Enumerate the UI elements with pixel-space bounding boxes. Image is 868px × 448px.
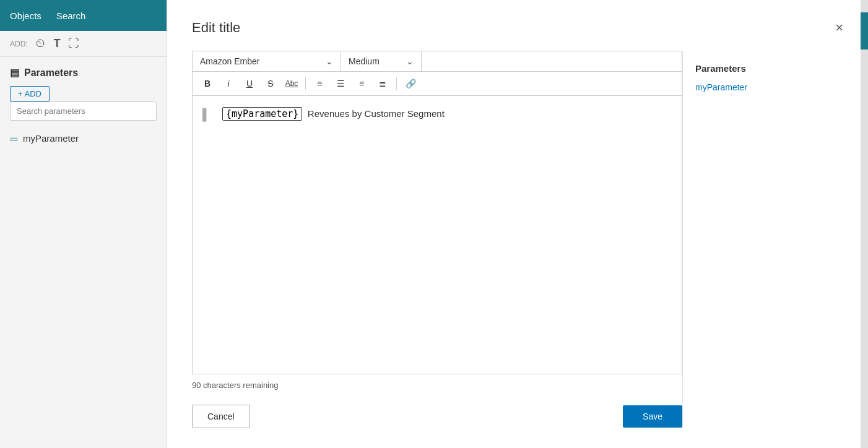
right-panel-parameter-item[interactable]: myParameter [695, 82, 831, 92]
param-shape-icon: ▭ [10, 134, 18, 144]
add-parameter-button[interactable]: + ADD [10, 86, 50, 101]
modal-close-button[interactable]: × [835, 21, 843, 35]
char-remaining: 90 characters remaining [192, 381, 682, 390]
parameter-name: myParameter [23, 133, 79, 144]
params-title: ▤ Parameters [10, 67, 157, 79]
save-button[interactable]: Save [623, 405, 682, 428]
right-panel: Parameters myParameter [682, 51, 843, 428]
underline-button[interactable]: U [240, 74, 259, 93]
align-left-button[interactable]: ☰ [331, 74, 350, 93]
text-editor[interactable]: ▌ {myParameter} Revenues by Customer Seg… [192, 95, 682, 374]
toolbar-divider-2 [396, 77, 397, 90]
scrollbar-thumb[interactable] [861, 12, 868, 50]
param-tag-display: {myParameter} [222, 108, 305, 119]
image-icon[interactable]: ⛶ [68, 37, 79, 50]
modal-actions: Cancel Save [192, 405, 682, 428]
parameter-tag: {myParameter} [222, 107, 302, 121]
parameter-item-myParameter[interactable]: ▭ myParameter [10, 131, 157, 146]
font-size-value: Medium [349, 56, 380, 66]
unordered-list-button[interactable]: ≡ [310, 74, 329, 93]
sidebar-nav-search[interactable]: Search [56, 11, 86, 21]
size-chevron-icon: ⌄ [406, 56, 414, 66]
font-chevron-icon: ⌄ [326, 56, 333, 66]
align-right-button[interactable]: ≣ [373, 74, 393, 93]
right-panel-title: Parameters [695, 63, 831, 74]
modal-title: Edit title [192, 20, 240, 36]
params-section: ▤ Parameters + ADD ▭ myParameter [0, 57, 167, 156]
text-icon[interactable]: T [54, 37, 61, 50]
modal-body: Amazon Ember ⌄ Medium ⌄ B i U S Abc ≡ ☰ … [192, 51, 843, 428]
font-size-toolbar: Amazon Ember ⌄ Medium ⌄ [192, 51, 682, 71]
cursor-icon: ▌ [202, 108, 210, 121]
bold-button[interactable]: B [197, 74, 217, 93]
modal-title-row: Edit title × [192, 20, 843, 36]
trend-icon[interactable]: ⏲ [35, 37, 46, 50]
abc-format-button[interactable]: Abc [282, 74, 302, 93]
cancel-button[interactable]: Cancel [192, 405, 250, 428]
search-parameters-input[interactable] [10, 101, 157, 121]
sidebar-nav-objects[interactable]: Objects [10, 11, 41, 21]
font-size-select[interactable]: Medium ⌄ [341, 51, 422, 71]
scrollbar[interactable] [861, 0, 868, 448]
strikethrough-button[interactable]: S [261, 74, 280, 93]
link-button[interactable]: 🔗 [401, 74, 420, 93]
font-family-select[interactable]: Amazon Ember ⌄ [193, 51, 341, 71]
align-center-button[interactable]: ≡ [352, 74, 371, 93]
toolbar-divider-1 [305, 77, 306, 90]
editor-text-content: Revenues by Customer Segment [308, 108, 445, 119]
sidebar-header: Objects Search [0, 0, 167, 31]
modal-editor-area: Amazon Ember ⌄ Medium ⌄ B i U S Abc ≡ ☰ … [192, 51, 682, 428]
font-family-value: Amazon Ember [200, 56, 259, 66]
params-grid-icon: ▤ [10, 67, 19, 79]
italic-button[interactable]: i [219, 74, 238, 93]
add-label: ADD: [10, 40, 28, 48]
sidebar: Objects Search ADD: ⏲ T ⛶ ▤ Parameters +… [0, 0, 167, 448]
modal-edit-title: Edit title × Amazon Ember ⌄ Medium ⌄ B i… [167, 0, 868, 448]
sidebar-toolbar: ADD: ⏲ T ⛶ [0, 31, 167, 57]
format-toolbar: B i U S Abc ≡ ☰ ≡ ≣ 🔗 [192, 71, 682, 95]
